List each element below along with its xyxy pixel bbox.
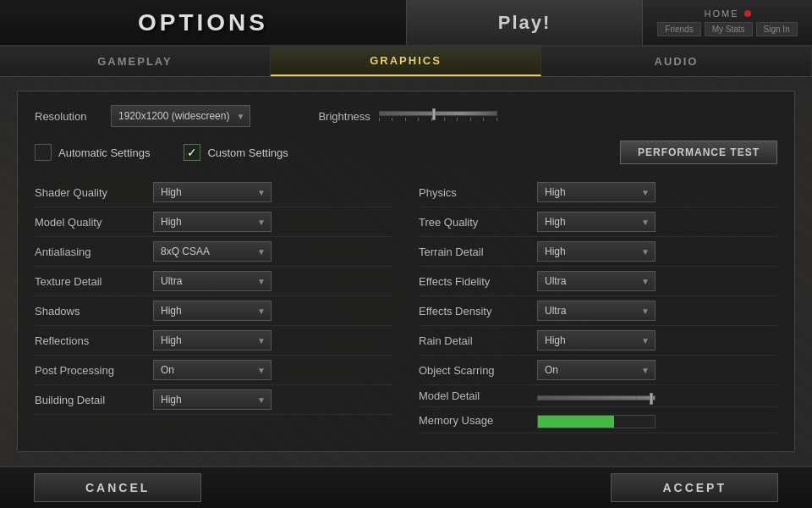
status-dot [744,10,751,17]
shadows-label: Shadows [35,305,153,318]
memory-usage-row: Memory Usage [419,407,777,433]
effects-fidelity-dropdown[interactable]: Ultra ▼ [537,271,656,291]
terrain-detail-row: Terrain Detail High ▼ [419,237,777,267]
brightness-group: Brightness [318,110,497,123]
tab-bar: GAMEPLAY GRAPHICS AUDIO [0,47,812,77]
brightness-slider[interactable] [379,111,497,116]
accept-button[interactable]: ACCEPT [611,473,778,502]
reflections-arrow-icon: ▼ [257,336,266,345]
reflections-row: Reflections High ▼ [35,326,393,356]
model-detail-row: Model Detail [419,385,777,407]
memory-usage-label: Memory Usage [419,414,537,427]
settings-panel: Resolution 1920x1200 (widescreen) ▼ Brig… [17,91,795,452]
resolution-label: Resolution [35,110,102,123]
tree-quality-dropdown[interactable]: High ▼ [537,212,656,232]
antialiasing-dropdown[interactable]: 8xQ CSAA ▼ [153,241,272,262]
rain-detail-dropdown[interactable]: High ▼ [537,330,656,351]
automatic-settings-label: Automatic Settings [58,146,150,159]
object-scarring-dropdown[interactable]: On ▼ [537,360,656,380]
shader-quality-row: Shader Quality High ▼ [35,178,393,207]
terrain-detail-dropdown[interactable]: High ▼ [537,241,656,262]
rain-detail-label: Rain Detail [419,334,537,347]
effects-density-dropdown[interactable]: Ultra ▼ [537,301,656,321]
right-settings-column: Physics High ▼ Tree Quality High ▼ [419,178,777,433]
resolution-group: Resolution 1920x1200 (widescreen) ▼ [35,105,250,127]
shadows-row: Shadows High ▼ [35,296,393,326]
header: OPTIONS Play! HOME Friends My Stats Sign… [0,0,812,47]
tab-audio[interactable]: AUDIO [541,47,812,76]
tree-quality-arrow-icon: ▼ [641,218,650,227]
physics-arrow-icon: ▼ [641,188,650,197]
post-processing-arrow-icon: ▼ [257,366,266,375]
reflections-dropdown[interactable]: High ▼ [153,330,272,351]
left-settings-column: Shader Quality High ▼ Model Quality High… [35,178,393,433]
automatic-settings-checkbox[interactable] [35,144,52,161]
friends-button[interactable]: Friends [657,22,700,36]
memory-usage-bar [537,415,656,428]
post-processing-label: Post Processing [35,364,153,377]
my-stats-button[interactable]: My Stats [705,22,753,36]
tab-graphics[interactable]: GRAPHICS [271,47,541,76]
resolution-dropdown[interactable]: 1920x1200 (widescreen) ▼ [111,105,250,127]
custom-settings-label: Custom Settings [207,146,288,159]
page-title: OPTIONS [138,9,268,36]
effects-density-label: Effects Density [419,305,537,318]
model-quality-arrow-icon: ▼ [257,218,266,227]
antialiasing-arrow-icon: ▼ [257,247,266,257]
antialiasing-row: Antialiasing 8xQ CSAA ▼ [35,237,393,267]
tree-quality-label: Tree Quality [419,216,537,229]
dropdown-arrow-icon: ▼ [237,112,245,121]
effects-fidelity-row: Effects Fidelity Ultra ▼ [419,267,777,296]
reflections-label: Reflections [35,334,153,347]
tree-quality-row: Tree Quality High ▼ [419,207,777,237]
shader-quality-label: Shader Quality [35,186,153,199]
effects-fidelity-arrow-icon: ▼ [641,277,650,286]
object-scarring-arrow-icon: ▼ [641,366,650,375]
texture-detail-arrow-icon: ▼ [257,277,266,286]
shader-quality-arrow-icon: ▼ [257,188,266,197]
rain-detail-arrow-icon: ▼ [641,336,650,345]
automatic-settings-group: Automatic Settings [35,144,150,161]
physics-label: Physics [419,186,537,199]
texture-detail-row: Texture Detail Ultra ▼ [35,267,393,296]
building-detail-arrow-icon: ▼ [257,395,266,405]
model-detail-slider[interactable] [537,395,656,400]
home-nav: Friends My Stats Sign In [657,22,797,36]
checkbox-row: Automatic Settings ✓ Custom Settings PER… [35,141,777,164]
shadows-arrow-icon: ▼ [257,306,266,316]
model-quality-label: Model Quality [35,216,153,229]
building-detail-label: Building Detail [35,394,153,406]
physics-row: Physics High ▼ [419,178,777,207]
texture-detail-dropdown[interactable]: Ultra ▼ [153,271,272,291]
memory-fill [538,416,614,428]
shadows-dropdown[interactable]: High ▼ [153,301,272,321]
effects-density-arrow-icon: ▼ [641,306,650,316]
brightness-label: Brightness [318,110,370,123]
top-row: Resolution 1920x1200 (widescreen) ▼ Brig… [35,105,777,127]
terrain-detail-arrow-icon: ▼ [641,247,650,257]
performance-test-button[interactable]: PERFORMANCE TEST [620,141,777,164]
building-detail-dropdown[interactable]: High ▼ [153,389,272,410]
model-quality-row: Model Quality High ▼ [35,207,393,237]
physics-dropdown[interactable]: High ▼ [537,182,656,202]
cancel-button[interactable]: CANCEL [34,473,201,502]
model-detail-thumb[interactable] [650,393,653,405]
play-button[interactable]: Play! [406,0,643,45]
object-scarring-row: Object Scarring On ▼ [419,356,777,385]
settings-grid: Shader Quality High ▼ Model Quality High… [35,178,777,433]
post-processing-dropdown[interactable]: On ▼ [153,360,272,380]
model-quality-dropdown[interactable]: High ▼ [153,212,272,232]
object-scarring-label: Object Scarring [419,364,537,377]
footer: CANCEL ACCEPT [0,466,812,508]
brightness-thumb[interactable] [432,108,436,120]
tab-gameplay[interactable]: GAMEPLAY [0,47,271,76]
brightness-slider-container [379,111,497,121]
building-detail-row: Building Detail High ▼ [35,385,393,415]
shader-quality-dropdown[interactable]: High ▼ [153,182,272,202]
custom-settings-checkbox[interactable]: ✓ [184,144,200,161]
custom-settings-group: ✓ Custom Settings [184,144,288,161]
home-area: HOME Friends My Stats Sign In [643,0,812,45]
model-detail-label: Model Detail [419,389,537,402]
sign-in-button[interactable]: Sign In [756,22,798,36]
post-processing-row: Post Processing On ▼ [35,356,393,385]
